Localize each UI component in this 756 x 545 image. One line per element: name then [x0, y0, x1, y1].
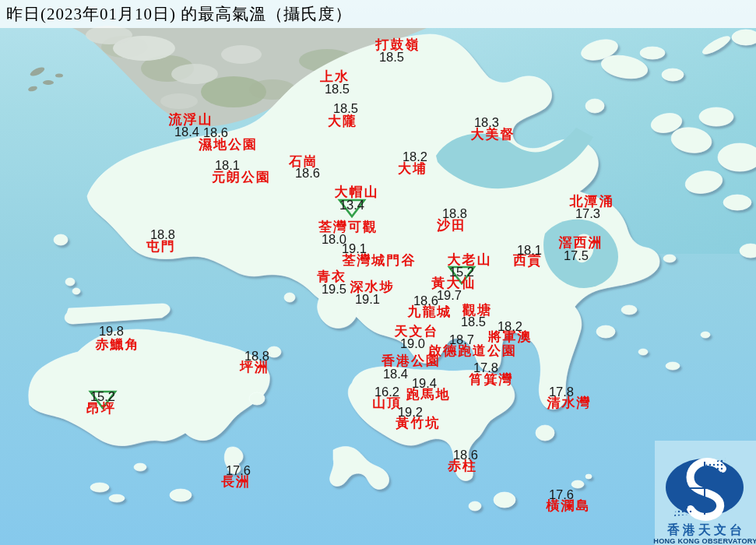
station-value: 18.2 — [403, 149, 427, 164]
station-value: 18.5 — [379, 50, 404, 65]
station-value: 17.8 — [549, 385, 574, 399]
station-value: 18.8 — [244, 349, 269, 364]
station-value: 17.5 — [564, 248, 589, 263]
station-value: 18.6 — [413, 294, 438, 308]
station-value: 18.1 — [517, 243, 542, 258]
station-value: 13.4 — [339, 198, 364, 213]
station-value: 16.2 — [374, 385, 399, 399]
station-value: 17.6 — [549, 487, 574, 502]
station-value: 19.8 — [99, 324, 124, 339]
station-value: 18.3 — [474, 115, 499, 130]
station-value: 19.4 — [412, 376, 437, 391]
station-value: 18.4 — [383, 367, 408, 382]
page-title: 昨日(2023年01月10日) 的最高氣溫（攝氏度） — [6, 3, 352, 25]
station-value: 18.5 — [461, 315, 486, 329]
station-labels-layer: 打鼓嶺18.5上水18.5大隴18.5流浮山18.4濕地公園18.6大美督18.… — [0, 0, 756, 545]
station-value: 18.6 — [203, 125, 228, 140]
title-bar: 昨日(2023年01月10日) 的最高氣溫（攝氏度） — [0, 0, 756, 28]
station-value: 18.6 — [453, 448, 478, 462]
station-value: 18.6 — [295, 166, 320, 181]
station-value: 19.1 — [355, 292, 380, 307]
station-value: 17.3 — [575, 206, 600, 221]
station-value: 18.8 — [442, 206, 467, 221]
station-value: 18.5 — [325, 82, 350, 97]
station-value: 18.7 — [449, 332, 474, 347]
station-value: 19.7 — [437, 288, 462, 303]
station-value: 19.5 — [322, 282, 346, 297]
station-value: 17.8 — [473, 360, 498, 375]
station-value: 18.2 — [498, 319, 522, 334]
station-value: 18.5 — [333, 101, 358, 116]
station-value: 18.8 — [150, 227, 175, 242]
station-value: 15.2 — [90, 389, 115, 404]
temperature-map-screen: 香港天文台 HONG KONG OBSERVATORY 打鼓嶺18.5上水18.… — [0, 0, 756, 545]
station-value: 19.1 — [342, 241, 367, 256]
station-value: 18.1 — [215, 158, 240, 173]
station-value: 19.0 — [400, 336, 425, 351]
station-value: 18.4 — [174, 125, 199, 139]
station-value: 17.6 — [226, 463, 251, 478]
station-value: 19.2 — [398, 405, 423, 420]
